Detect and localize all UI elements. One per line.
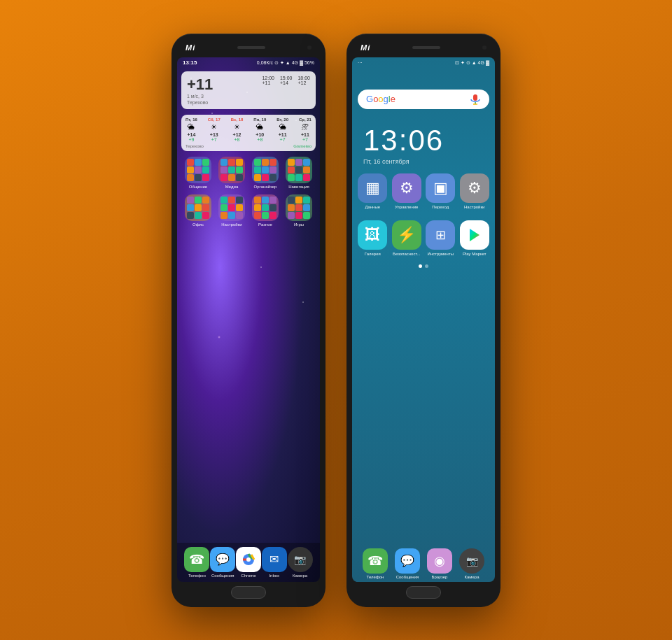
dock-inbox[interactable]: ✉ Inbox bbox=[262, 547, 287, 578]
management-icon[interactable]: ⚙ bbox=[392, 173, 421, 203]
app-row-2: 🖼 Галерея ⚡ Безопасност... ⊞ Инструменты bbox=[352, 215, 495, 262]
phone2-camera-label: Камера bbox=[465, 575, 479, 579]
forecast-location: Терехово bbox=[186, 144, 204, 148]
app-transit[interactable]: ▣ Переход bbox=[426, 173, 456, 209]
forecast-day: Сб, 17 ☀ +13 +7 bbox=[208, 118, 220, 142]
dock2-camera[interactable]: 📷 Камера bbox=[459, 548, 484, 579]
svg-point-2 bbox=[246, 557, 251, 562]
microphone-icon[interactable] bbox=[470, 94, 481, 105]
svg-marker-6 bbox=[470, 229, 479, 241]
status-time-1: 13:15 bbox=[183, 59, 197, 66]
mi-logo-1: Mi bbox=[186, 43, 195, 52]
phone2-browser-icon[interactable]: ◉ bbox=[427, 548, 452, 574]
phone-icon[interactable]: ☎ bbox=[184, 547, 209, 572]
camera-icon[interactable]: 📷 bbox=[288, 547, 313, 572]
folder-social[interactable]: Общение bbox=[183, 157, 214, 189]
app-play-market[interactable]: Play Маркет bbox=[460, 220, 490, 256]
phone2-browser-label: Браузер bbox=[432, 575, 448, 579]
status-bar-1: 13:15 0,08К/с ⊙ ✦ ▲ 4G ▓ 56% bbox=[177, 57, 320, 69]
chrome-icon[interactable] bbox=[236, 547, 261, 572]
mi-logo-2: Mi bbox=[360, 43, 370, 52]
speaker-2 bbox=[412, 46, 440, 49]
app-row-1: ▦ Данные ⚙ Управление ▣ Переход bbox=[352, 168, 495, 215]
front-camera-1 bbox=[307, 45, 312, 50]
forecast-day: Вт, 20 🌦 +11 +7 bbox=[276, 118, 288, 142]
speaker-1 bbox=[237, 46, 265, 49]
weather-temp: +11 bbox=[187, 76, 213, 94]
home-button-1[interactable] bbox=[231, 586, 266, 599]
page-dot-1 bbox=[419, 264, 422, 268]
phone2-phone-icon[interactable]: ☎ bbox=[363, 548, 388, 574]
folder-games[interactable]: Игры bbox=[284, 194, 314, 227]
security-icon[interactable]: ⚡ bbox=[392, 220, 421, 250]
google-search-bar[interactable]: Google bbox=[358, 90, 489, 109]
inbox-label: Inbox bbox=[269, 574, 279, 578]
clock-display: 13:06 Пт, 16 сентября bbox=[352, 115, 495, 168]
weather-wind: 1 м/с, 3 bbox=[187, 94, 213, 99]
play-market-icon[interactable] bbox=[460, 220, 489, 250]
app-folders-row1: Общение Медиа Органайз bbox=[177, 154, 320, 192]
page-dot-2 bbox=[425, 264, 428, 268]
chrome-label: Chrome bbox=[241, 574, 255, 578]
transit-icon[interactable]: ▣ bbox=[426, 173, 455, 203]
screen-2: ··· ⊡ ✦ ⊙ ▲ 4G ▓ Google bbox=[352, 57, 495, 582]
camera-label: Камера bbox=[293, 574, 307, 578]
folder-office[interactable]: Офис bbox=[183, 194, 214, 227]
settings-icon[interactable]: ⚙ bbox=[460, 173, 489, 203]
phone2-phone-label: Телефон bbox=[367, 575, 384, 579]
dock-1: ☎ Телефон 💬 Сообщения bbox=[177, 543, 320, 582]
phone-2: Mi ··· ⊡ ✦ ⊙ ▲ 4G ▓ Google bbox=[346, 34, 500, 607]
front-camera-2 bbox=[482, 45, 486, 50]
folder-settings[interactable]: Настройки bbox=[216, 194, 247, 227]
app-management[interactable]: ⚙ Управление bbox=[392, 173, 422, 209]
home-button-2[interactable] bbox=[406, 586, 441, 599]
dock-camera[interactable]: 📷 Камера bbox=[288, 547, 313, 578]
forecast-day: Ср, 21 ⛈ +11 +7 bbox=[299, 118, 312, 142]
clock-time: 13:06 bbox=[363, 126, 484, 155]
dock-phone[interactable]: ☎ Телефон bbox=[184, 547, 209, 578]
dock2-messages[interactable]: 💬 Сообщения bbox=[395, 548, 420, 579]
weather-location: Терехово bbox=[187, 100, 310, 105]
google-logo: Google bbox=[366, 94, 396, 104]
phone-1: Mi 13:15 0,08К/с ⊙ ✦ ▲ 4G ▓ 56% +11 1 м/… bbox=[172, 34, 326, 607]
phone2-messages-icon[interactable]: 💬 bbox=[395, 548, 420, 574]
forecast-day: Пн, 19 🌦 +10 +8 bbox=[253, 118, 266, 142]
app-folders-row2: Офис Настройки Разное bbox=[177, 192, 320, 229]
dock-messages[interactable]: 💬 Сообщения bbox=[210, 547, 235, 578]
forecast-day: Вс, 18 ☀ +12 +8 bbox=[231, 118, 244, 142]
inbox-icon[interactable]: ✉ bbox=[262, 547, 287, 572]
status-icons-1: 0,08К/с ⊙ ✦ ▲ 4G ▓ 56% bbox=[257, 60, 314, 66]
status-bar-2: ··· ⊡ ✦ ⊙ ▲ 4G ▓ bbox=[352, 57, 495, 69]
weather-widget: +11 1 м/с, 3 12:00+11 15:00+14 18:00+12 … bbox=[181, 71, 316, 109]
phone2-messages-label: Сообщения bbox=[396, 575, 419, 579]
folder-media[interactable]: Медиа bbox=[216, 157, 247, 189]
dock2-phone[interactable]: ☎ Телефон bbox=[363, 548, 388, 579]
messages-icon[interactable]: 💬 bbox=[210, 547, 235, 572]
dock2-browser[interactable]: ◉ Браузер bbox=[427, 548, 452, 579]
gallery-icon[interactable]: 🖼 bbox=[358, 220, 387, 250]
svg-rect-3 bbox=[473, 94, 477, 101]
app-tools[interactable]: ⊞ Инструменты bbox=[426, 220, 456, 256]
data-icon[interactable]: ▦ bbox=[358, 173, 387, 203]
folder-navigation[interactable]: Навигация bbox=[284, 157, 314, 189]
dock-2: ☎ Телефон 💬 Сообщения ◉ Браузер bbox=[352, 543, 495, 582]
app-security[interactable]: ⚡ Безопасност... bbox=[392, 220, 422, 256]
dock-chrome[interactable]: Chrome bbox=[236, 547, 261, 578]
weather-times: 12:00+11 15:00+14 18:00+12 bbox=[262, 76, 310, 85]
tools-icon[interactable]: ⊞ bbox=[426, 220, 455, 250]
app-settings[interactable]: ⚙ Настройки bbox=[460, 173, 490, 209]
clock-date: Пт, 16 сентября bbox=[363, 158, 484, 165]
phone2-camera-icon[interactable]: 📷 bbox=[459, 548, 484, 574]
phone-label: Телефон bbox=[188, 574, 206, 578]
app-gallery[interactable]: 🖼 Галерея bbox=[358, 220, 388, 256]
page-dots bbox=[352, 264, 495, 268]
forecast-widget: Пт, 16 🌦 +14 +9 Сб, 17 ☀ +13 +7 Вс, 18 ☀ bbox=[181, 115, 316, 151]
forecast-provider: Gismeteo bbox=[293, 144, 312, 148]
screen-1: 13:15 0,08К/с ⊙ ✦ ▲ 4G ▓ 56% +11 1 м/с, … bbox=[177, 57, 320, 582]
folder-misc[interactable]: Разное bbox=[250, 194, 281, 227]
app-data[interactable]: ▦ Данные bbox=[358, 173, 388, 209]
forecast-day: Пт, 16 🌦 +14 +9 bbox=[186, 118, 197, 142]
folder-organizer[interactable]: Органайзер bbox=[250, 157, 281, 189]
messages-label: Сообщения bbox=[211, 574, 234, 578]
status-icons-2: ⊡ ✦ ⊙ ▲ 4G ▓ bbox=[455, 60, 489, 66]
